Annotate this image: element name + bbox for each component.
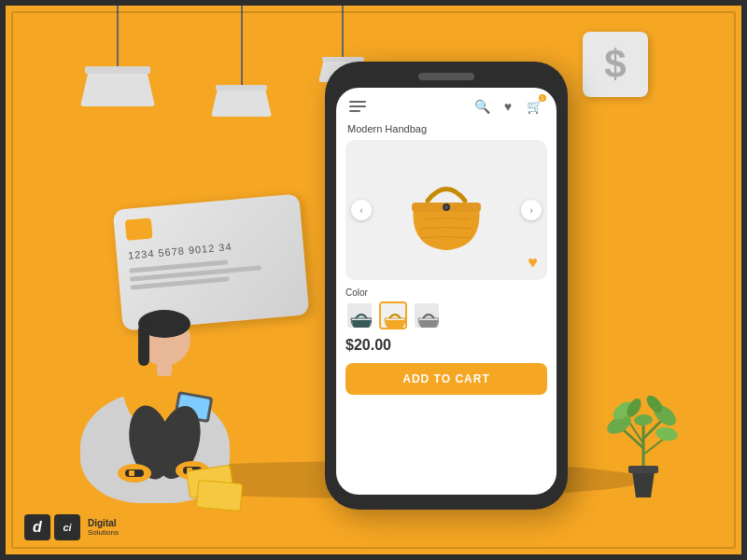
product-price: $20.00 — [345, 337, 547, 354]
yellow-cards-bottom — [188, 468, 242, 510]
svg-rect-15 — [129, 470, 134, 476]
cart-badge: 1 — [539, 94, 546, 102]
svg-point-19 — [444, 205, 448, 209]
next-arrow[interactable]: › — [521, 200, 542, 220]
color-label: Color — [345, 287, 547, 298]
wishlist-icon[interactable]: ♥ — [499, 97, 517, 116]
logo-text: Digital Solutions — [88, 518, 119, 537]
logo-icon-d: d — [24, 514, 50, 540]
svg-rect-23 — [628, 466, 658, 473]
logo-name: Digital — [88, 518, 119, 528]
logo-icons: d ci — [24, 514, 80, 540]
product-name: Modern Handbag — [345, 123, 547, 134]
svg-point-31 — [655, 426, 679, 442]
cart-icon[interactable]: 🛒 1 — [525, 97, 543, 116]
phone-mockup: 🔍 ♥ 🛒 1 Modern Handbag ‹ — [325, 62, 568, 510]
svg-point-33 — [634, 413, 654, 427]
svg-rect-4 — [157, 361, 172, 376]
main-container: $ 1234 5678 9012 34 — [0, 0, 747, 560]
header-icons: 🔍 ♥ 🛒 1 — [472, 97, 543, 116]
hamburger-menu-icon[interactable] — [349, 101, 366, 112]
color-swatches — [345, 301, 547, 329]
color-section: Color — [345, 287, 547, 329]
color-swatch-1[interactable] — [345, 301, 374, 329]
search-icon[interactable]: 🔍 — [472, 97, 491, 116]
logo: d ci Digital Solutions — [24, 514, 119, 540]
product-image-container: ‹ — [345, 140, 547, 280]
plant — [606, 387, 681, 503]
add-to-cart-button[interactable]: ADD TO CART — [345, 363, 547, 395]
person-svg — [80, 279, 267, 484]
handbag-image — [400, 168, 493, 252]
dollar-box: $ — [583, 32, 648, 97]
svg-rect-3 — [138, 324, 149, 366]
app-header: 🔍 ♥ 🛒 1 — [345, 97, 547, 116]
color-swatch-3[interactable] — [413, 301, 441, 329]
card-chip — [125, 217, 153, 240]
logo-subtitle: Solutions — [88, 528, 119, 537]
product-wishlist-icon[interactable]: ♥ — [528, 253, 538, 273]
color-swatch-2[interactable] — [379, 301, 407, 329]
prev-arrow[interactable]: ‹ — [351, 200, 372, 220]
svg-line-27 — [643, 439, 664, 455]
logo-icon-ci: ci — [54, 514, 80, 540]
phone-notch — [418, 73, 474, 80]
phone-screen: 🔍 ♥ 🛒 1 Modern Handbag ‹ — [336, 88, 557, 495]
ceiling-lights — [80, 6, 367, 117]
